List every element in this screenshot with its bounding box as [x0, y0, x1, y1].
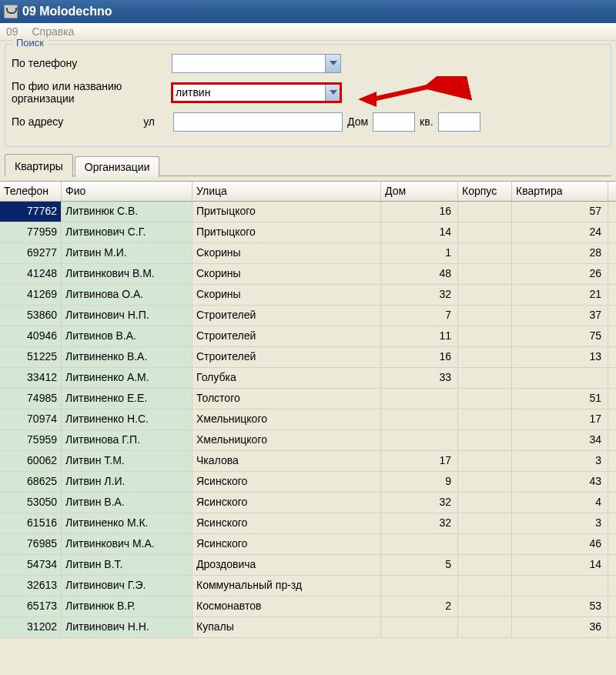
cell-dom: 11 — [381, 326, 458, 346]
table-row[interactable]: 31202Литвинович Н.Н.Купалы36 — [0, 617, 616, 638]
cell-fio: Литвиненко Н.С. — [62, 409, 192, 429]
table-row[interactable]: 69277Литвин М.И.Скорины128 — [0, 243, 616, 264]
cell-tel: 69277 — [0, 243, 62, 263]
col-header-korp[interactable]: Корпус — [458, 182, 512, 201]
cell-kv: 36 — [512, 617, 608, 637]
table-row[interactable]: 77959Литвинович С.Г.Притыцкого1424 — [0, 222, 616, 243]
cell-fio: Литвин В.А. — [62, 493, 192, 513]
col-header-tel[interactable]: Телефон — [0, 182, 62, 201]
by-phone-dropdown-button[interactable] — [325, 55, 340, 72]
tab-organizations[interactable]: Организации — [75, 156, 160, 177]
table-row[interactable]: 32613Литвинович Г.Э.Коммунальный пр-зд — [0, 576, 616, 596]
cell-street: Ясинского — [192, 513, 381, 533]
cell-fio: Литвинюк В.Р. — [62, 596, 192, 617]
menu-09[interactable]: 09 — [6, 25, 18, 38]
cell-kv: 17 — [512, 409, 608, 429]
table-row[interactable]: 40946Литвинов В.А.Строителей1175 — [0, 326, 616, 347]
table-row[interactable]: 70974Литвиненко Н.С.Хмельницкого17 — [0, 409, 616, 430]
table-row[interactable]: 60062Литвин Т.М.Чкалова173 — [0, 451, 616, 472]
cell-fio: Литвинович С.Г. — [62, 222, 192, 242]
svg-line-1 — [366, 80, 458, 101]
titlebar[interactable]: 09 Molodechno — [0, 0, 616, 23]
cell-tel: 51225 — [0, 347, 62, 367]
cell-tel: 70974 — [0, 409, 62, 429]
cell-korp — [458, 222, 512, 242]
cell-street: Коммунальный пр-зд — [192, 576, 381, 596]
cell-fio: Литвинюк С.В. — [62, 202, 192, 222]
table-row[interactable]: 65173Литвинюк В.Р.Космонавтов253 — [0, 596, 616, 617]
cell-dom: 16 — [381, 347, 458, 367]
table-row[interactable]: 77762Литвинюк С.В.Притыцкого1657 — [0, 202, 616, 222]
table-row[interactable]: 54734Литвин В.Т.Дроздовича514 — [0, 555, 616, 576]
menu-help[interactable]: Справка — [32, 25, 74, 38]
cell-kv: 75 — [512, 326, 608, 346]
cell-street: Строителей — [192, 347, 381, 367]
cell-dom: 32 — [381, 493, 458, 513]
cell-street: Притыцкого — [192, 202, 381, 222]
cell-dom: 48 — [381, 264, 458, 284]
table-row[interactable]: 74985Литвиненко Е.Е.Толстого51 — [0, 389, 616, 409]
table-row[interactable]: 68625Литвин Л.И.Ясинского943 — [0, 472, 616, 493]
cell-korp — [458, 513, 512, 533]
cell-kv: 37 — [512, 306, 608, 326]
cell-street: Скорины — [192, 264, 381, 284]
cell-kv: 51 — [512, 389, 608, 409]
cell-fio: Литвин М.И. — [62, 243, 192, 263]
street-prefix-label: ул — [109, 115, 155, 128]
cell-dom: 9 — [381, 472, 458, 492]
table-row[interactable]: 75959Литвинова Г.П.Хмельницкого34 — [0, 430, 616, 451]
cell-dom — [381, 430, 458, 450]
table-row[interactable]: 41269Литвинова О.А.Скорины3221 — [0, 285, 616, 306]
cell-kv: 26 — [512, 264, 608, 284]
cell-fio: Литвин В.Т. — [62, 555, 192, 575]
cell-street: Дроздовича — [192, 555, 381, 575]
table-row[interactable]: 53860Литвинович Н.П.Строителей737 — [0, 306, 616, 326]
cell-dom — [381, 617, 458, 637]
cell-fio: Литвинович Н.П. — [62, 306, 192, 326]
table-row[interactable]: 51225Литвиненко В.А.Строителей1613 — [0, 347, 616, 368]
menubar: 09 Справка — [0, 23, 616, 41]
cell-street: Космонавтов — [192, 596, 381, 617]
cell-dom — [381, 409, 458, 429]
col-header-street[interactable]: Улица — [192, 182, 381, 201]
table-row[interactable]: 41248Литвинкович В.М.Скорины4826 — [0, 264, 616, 285]
cell-korp — [458, 534, 512, 554]
table-row[interactable]: 33412Литвиненко А.М.Голубка33 — [0, 368, 616, 389]
by-phone-input[interactable] — [172, 55, 325, 72]
by-name-combo[interactable] — [172, 83, 341, 102]
table-row[interactable]: 76985Литвинкович М.А.Ясинского46 — [0, 534, 616, 555]
cell-dom: 14 — [381, 222, 458, 242]
cell-korp — [458, 451, 512, 471]
col-header-fio[interactable]: Фио — [62, 182, 192, 201]
cell-kv: 14 — [512, 555, 608, 575]
by-phone-combo[interactable] — [172, 54, 341, 73]
apt-input[interactable] — [438, 112, 480, 132]
col-header-kv[interactable]: Квартира — [512, 182, 608, 201]
cell-fio: Литвиненко В.А. — [62, 347, 192, 367]
cell-korp — [458, 617, 512, 637]
cell-street: Притыцкого — [192, 222, 381, 242]
table-row[interactable]: 53050Литвин В.А.Ясинского324 — [0, 493, 616, 513]
svg-marker-2 — [358, 92, 377, 107]
results-grid: Телефон Фио Улица Дом Корпус Квартира 77… — [0, 181, 616, 638]
cell-kv: 46 — [512, 534, 608, 554]
cell-kv: 13 — [512, 347, 608, 367]
cell-tel: 33412 — [0, 368, 62, 388]
cell-dom — [381, 534, 458, 554]
cell-korp — [458, 409, 512, 429]
house-input[interactable] — [373, 112, 415, 132]
cell-korp — [458, 306, 512, 326]
table-row[interactable]: 61516Литвиненко М.К.Ясинского323 — [0, 513, 616, 534]
cell-kv: 28 — [512, 243, 608, 263]
cell-kv: 34 — [512, 430, 608, 450]
col-header-dom[interactable]: Дом — [381, 182, 458, 201]
cell-korp — [458, 368, 512, 388]
tab-apartments[interactable]: Квартиры — [5, 154, 73, 177]
cell-street: Хмельницкого — [192, 430, 381, 450]
by-name-input[interactable] — [172, 84, 325, 102]
by-name-dropdown-button[interactable] — [325, 84, 340, 102]
street-input[interactable] — [173, 112, 343, 132]
cell-tel: 41248 — [0, 264, 62, 284]
cell-kv: 3 — [512, 513, 608, 533]
cell-street: Толстого — [192, 389, 381, 409]
